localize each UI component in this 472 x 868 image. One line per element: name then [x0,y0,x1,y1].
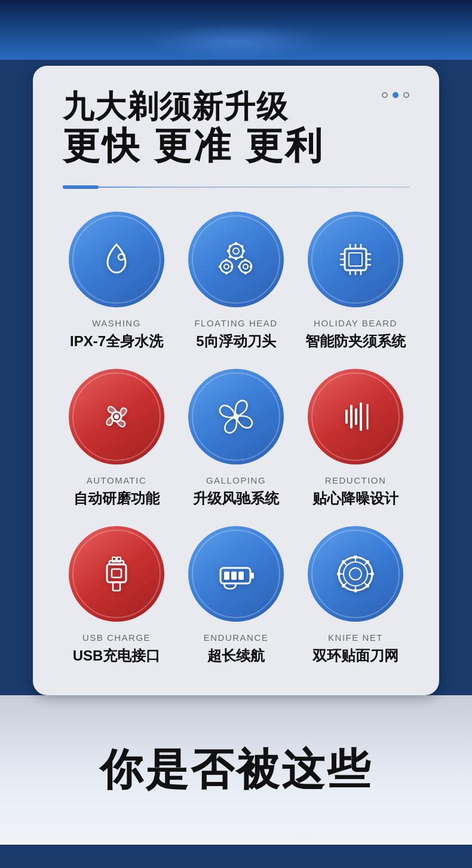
label-en-automatic: AUTOMATIC [87,475,146,485]
title-line1: 九大剃须新升级 [63,90,409,124]
svg-rect-5 [227,250,230,252]
svg-point-57 [344,562,367,586]
svg-point-18 [243,264,248,269]
label-zh-galloping: 升级风驰系统 [193,489,279,508]
svg-rect-19 [244,259,247,261]
svg-rect-52 [250,573,254,579]
dots-indicator [382,92,409,98]
main-card: 九大剃须新升级 更快 更准 更利 WASHING IPX-7全身水洗 [33,66,439,695]
dot-3[interactable] [403,92,409,98]
icon-automatic [69,369,164,464]
label-zh-knife-net: 双环贴面刀网 [312,646,399,665]
svg-rect-13 [225,259,228,261]
svg-rect-53 [224,571,229,580]
label-zh-floating: 5向浮动刀头 [196,332,275,351]
label-en-holiday: HOLIDAY BEARD [314,318,397,328]
bottom-section: 你是否被这些 [0,695,472,845]
svg-rect-23 [345,249,366,270]
title-line2: 更快 更准 更利 [63,124,409,168]
svg-point-74 [342,584,345,588]
label-en-galloping: GALLOPING [206,475,266,485]
svg-point-39 [233,414,239,420]
feature-reduction: REDUCTION 贴心降噪设计 [302,369,409,508]
label-zh-reduction: 贴心降噪设计 [312,489,399,508]
icon-washing [69,212,164,307]
svg-point-72 [366,584,369,588]
feature-floating-head: FLOATING HEAD 5向浮动刀头 [182,212,290,351]
icon-galloping [188,369,284,464]
top-background [0,0,472,60]
features-grid: WASHING IPX-7全身水洗 [63,212,409,665]
svg-rect-22 [250,265,252,268]
label-en-usb: USB CHARGE [82,632,151,643]
svg-point-2 [233,248,239,254]
label-zh-endurance: 超长续航 [207,646,265,665]
svg-point-58 [350,568,361,580]
icon-reduction [308,369,403,464]
svg-rect-6 [242,250,245,252]
icon-usb [69,526,164,622]
icon-knife-net [308,526,403,622]
svg-rect-55 [238,571,244,580]
label-zh-usb: USB充电接口 [73,646,161,665]
svg-rect-49 [112,569,121,577]
svg-point-70 [370,572,374,576]
svg-point-12 [224,264,229,269]
feature-washing: WASHING IPX-7全身水洗 [63,212,170,351]
svg-point-69 [337,572,341,576]
label-en-knife-net: KNIFE NET [328,632,383,643]
svg-point-68 [354,589,357,592]
label-en-endurance: ENDURANCE [204,632,269,643]
label-zh-washing: IPX-7全身水洗 [70,332,163,351]
svg-rect-14 [225,272,228,274]
card-header: 九大剃须新升级 更快 更准 更利 [63,90,409,169]
feature-galloping: GALLOPING 升级风驰系统 [182,369,290,508]
svg-rect-20 [244,272,247,274]
label-zh-holiday: 智能防夹须系统 [305,332,406,351]
icon-floating-head [188,212,284,307]
feature-usb-charge: USB CHARGE USB充电接口 [63,526,170,665]
icon-endurance [188,526,284,622]
feature-endurance: ENDURANCE 超长续航 [182,526,290,665]
label-zh-automatic: 自动研磨功能 [73,489,160,508]
svg-rect-24 [349,253,362,266]
label-en-washing: WASHING [92,318,141,328]
label-en-reduction: REDUCTION [325,475,387,485]
svg-rect-4 [235,257,237,260]
svg-point-67 [354,555,357,559]
dot-2[interactable] [393,92,399,98]
svg-point-0 [118,254,124,260]
label-en-floating: FLOATING HEAD [194,318,277,328]
svg-point-73 [366,560,369,564]
dot-1[interactable] [382,92,388,98]
svg-rect-54 [231,571,237,580]
divider [63,187,409,188]
svg-rect-50 [113,582,120,591]
feature-automatic: AUTOMATIC 自动研磨功能 [63,369,170,508]
feature-holiday-beard: HOLIDAY BEARD 智能防夹须系统 [302,212,409,351]
icon-holiday-beard [308,212,403,307]
feature-knife-net: KNIFE NET 双环贴面刀网 [302,526,409,665]
svg-point-71 [342,560,345,564]
svg-rect-48 [107,564,126,582]
bottom-title: 你是否被这些 [100,741,372,799]
svg-rect-3 [235,242,237,245]
svg-rect-16 [231,265,233,268]
svg-rect-21 [238,265,240,268]
svg-rect-15 [219,265,221,268]
svg-point-38 [114,414,119,419]
